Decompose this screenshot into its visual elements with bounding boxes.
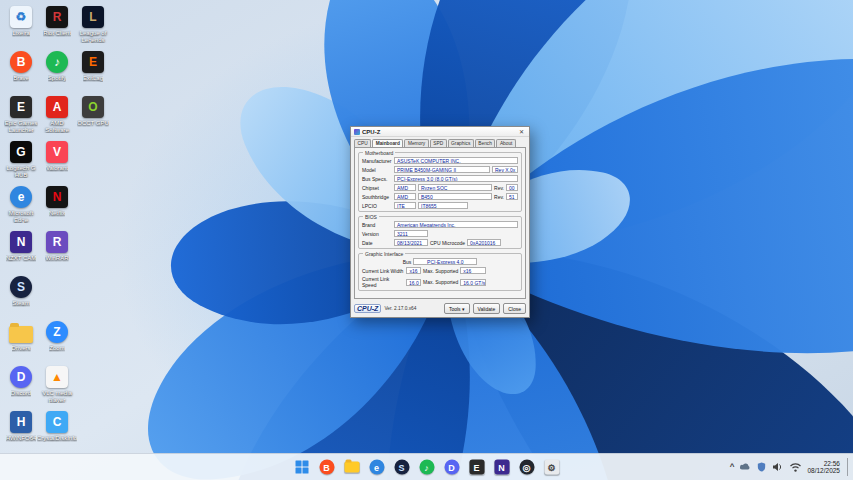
taskbar-epic-games-icon[interactable]: E (466, 457, 487, 478)
desktop-icon-league-of-legends[interactable]: LLeague of Legends (76, 6, 110, 43)
close-button[interactable]: Close (503, 303, 526, 314)
onedrive-cloud-icon[interactable] (739, 461, 751, 473)
icon-glyph: R (53, 10, 62, 24)
system-tray: ^ 22:56 08/12/2025 (730, 454, 850, 480)
tab-memory[interactable]: Memory (404, 139, 428, 147)
desktop-icon-steam[interactable]: SSteam (4, 276, 38, 307)
desktop-icon-label: Logitech G HUB (4, 165, 38, 178)
cpuz-tab-strip: CPU Mainboard Memory SPD Graphics Bench … (351, 137, 529, 147)
desktop-icon-label: AMD Software (40, 120, 74, 133)
desktop-icon-label: Lixeira (12, 30, 30, 37)
taskbar-nzxt-cam-icon[interactable]: N (491, 457, 512, 478)
tab-mainboard[interactable]: Mainboard (372, 139, 403, 147)
desktop-icon-winrar[interactable]: RWinRAR (40, 231, 74, 262)
link-speed-value: 16.0 GT/s (406, 279, 421, 286)
bios-version-label: Version (362, 231, 392, 237)
logitech-g-hub-app-icon: G (10, 141, 32, 163)
desktop-icon-valorant[interactable]: VValorant (40, 141, 74, 172)
taskbar-start-button[interactable] (291, 457, 312, 478)
taskbar-obs-studio-icon[interactable]: ◎ (516, 457, 537, 478)
icon-glyph: E (17, 100, 25, 114)
amd-software-app-icon: A (46, 96, 68, 118)
desktop-icon-amd-software[interactable]: AAMD Software (40, 96, 74, 133)
tab-about[interactable]: About (496, 139, 516, 147)
tab-graphics[interactable]: Graphics (448, 139, 474, 147)
desktop-icon-crystaldiskinfo[interactable]: CCrystalDiskInfo (40, 411, 74, 442)
desktop-icon-drivers[interactable]: Drivers (4, 321, 38, 352)
cpu-microcode-label: CPU Microcode (430, 240, 465, 246)
desktop-icon-lixeira[interactable]: ♻Lixeira (4, 6, 38, 37)
volume-icon[interactable] (772, 461, 784, 473)
bios-brand-value: American Megatrends Inc. (394, 221, 518, 228)
cpuz-titlebar[interactable]: CPU-Z ✕ (351, 127, 529, 137)
file-explorer-folder-icon (344, 462, 359, 473)
max-speed-label: Max. Supported (423, 279, 458, 285)
security-shield-icon[interactable] (756, 461, 767, 473)
taskbar-microsoft-edge-icon[interactable]: e (366, 457, 387, 478)
taskbar-steam-icon[interactable]: S (391, 457, 412, 478)
gfx-bus-value: PCI-Express 4.0 (413, 258, 477, 265)
icon-glyph: G (16, 145, 25, 159)
desktop-icon-occt-gpu[interactable]: OOCCT GPU (76, 96, 110, 127)
cpuz-footer: CPU-Z Ver. 2.17.0.x64 Tools ▾ Validate C… (351, 302, 529, 317)
discord-app-icon: D (10, 366, 32, 388)
exitlag-app-icon: E (82, 51, 104, 73)
chipset-vendor-value: AMD (394, 184, 416, 191)
windows-logo-icon (295, 461, 308, 474)
desktop-icon-netflix[interactable]: NNetflix (40, 186, 74, 217)
desktop-icon-label: Brave (13, 75, 29, 82)
netflix-app-icon: N (46, 186, 68, 208)
icon-glyph: N (53, 190, 62, 204)
lpcio-label: LPCIO (362, 203, 392, 209)
tab-spd[interactable]: SPD (430, 139, 447, 147)
desktop-icon-label: NZXT CAM (6, 255, 37, 262)
desktop-icon-vlc-media-player[interactable]: ▲VLC media player (40, 366, 74, 403)
desktop-icon-epic-games-launcher[interactable]: EEpic Games Launcher (4, 96, 38, 133)
taskbar-file-explorer-icon[interactable] (341, 457, 362, 478)
desktop-icon-hwinfo64[interactable]: HHWiNFO64 (4, 411, 38, 442)
close-icon[interactable]: ✕ (517, 128, 526, 135)
taskbar-settings-icon[interactable]: ⚙ (541, 457, 562, 478)
icon-glyph: Z (53, 325, 60, 339)
desktop-icon-microsoft-edge[interactable]: eMicrosoft Edge (4, 186, 38, 223)
spotify-app-icon: ♪ (46, 51, 68, 73)
microsoft-edge-app-icon: e (10, 186, 32, 208)
occt-gpu-app-icon: O (82, 96, 104, 118)
desktop-icon-spotify[interactable]: ♪Spotify (40, 51, 74, 82)
icon-glyph: V (53, 145, 61, 159)
version-text: Ver. 2.17.0.x64 (384, 306, 441, 311)
discord-app-icon: D (444, 460, 459, 475)
desktop-icon-label: CrystalDiskInfo (37, 435, 77, 442)
winrar-app-icon: R (46, 231, 68, 253)
vlc-media-player-app-icon: ▲ (46, 366, 68, 388)
spotify-app-icon: ♪ (419, 460, 434, 475)
hidden-icons-chevron-icon[interactable]: ^ (730, 463, 735, 471)
bios-brand-label: Brand (362, 222, 392, 228)
desktop-icon-logitech-g-hub[interactable]: GLogitech G HUB (4, 141, 38, 178)
tab-cpu[interactable]: CPU (354, 139, 371, 147)
desktop-icon-discord[interactable]: DDiscord (4, 366, 38, 397)
graphic-interface-group: Graphic Interface Bus PCI-Express 4.0 Cu… (358, 253, 522, 291)
icon-glyph: ♪ (54, 55, 60, 69)
desktop-icon-riot-client[interactable]: RRiot Client (40, 6, 74, 37)
icon-glyph: R (53, 235, 62, 249)
desktop-icon-brave[interactable]: BBrave (4, 51, 38, 82)
taskbar-spotify-icon[interactable]: ♪ (416, 457, 437, 478)
window-title: CPU-Z (362, 129, 515, 135)
show-desktop-button[interactable] (847, 458, 850, 476)
tab-bench[interactable]: Bench (475, 139, 496, 147)
chipset-rev-value: 00 (506, 184, 518, 191)
taskbar-discord-icon[interactable]: D (441, 457, 462, 478)
desktop-icon-nzxt-cam[interactable]: NNZXT CAM (4, 231, 38, 262)
desktop-icon-exitlag[interactable]: EExitLag (76, 51, 110, 82)
epic-games-launcher-app-icon: E (10, 96, 32, 118)
taskbar-clock[interactable]: 22:56 08/12/2025 (807, 460, 840, 475)
cpuz-window: CPU-Z ✕ CPU Mainboard Memory SPD Graphic… (350, 126, 530, 318)
validate-button[interactable]: Validate (473, 303, 501, 314)
taskbar-brave-icon[interactable]: B (316, 457, 337, 478)
bios-date-value: 08/13/2021 (394, 239, 428, 246)
chipset-rev-label: Rev. (494, 185, 504, 191)
tools-button[interactable]: Tools ▾ (444, 303, 470, 314)
wifi-icon[interactable] (789, 461, 802, 473)
desktop-icon-zoom[interactable]: ZZoom (40, 321, 74, 352)
